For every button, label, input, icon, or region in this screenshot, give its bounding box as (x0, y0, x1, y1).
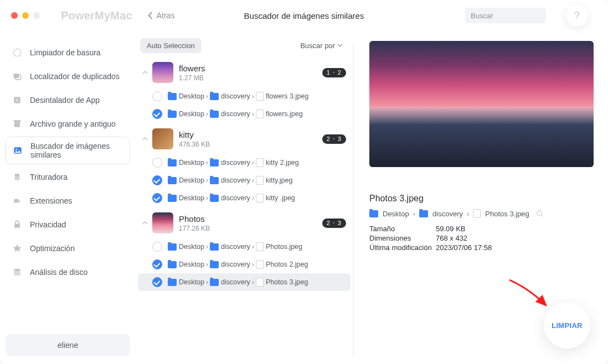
group-count-badge: 1 ‧ 2 (322, 68, 346, 77)
sidebar-item-label: Limpiador de basura (30, 48, 125, 57)
file-name: Photos.jpeg (266, 243, 302, 251)
search-field[interactable] (465, 8, 546, 23)
file-row[interactable]: Desktop›discovery›Photos 2.jpeg (138, 256, 351, 273)
group-size: 177.26 KB (179, 225, 322, 232)
sidebar-item-3[interactable]: Archivo grande y antiguo (6, 113, 130, 135)
folder-icon (168, 279, 177, 286)
folder-icon (168, 159, 177, 167)
sidebar-item-label: Archivo grande y antiguo (30, 119, 125, 128)
sidebar-item-9[interactable]: Análisis de disco (6, 261, 130, 283)
checkbox[interactable] (152, 277, 162, 287)
sidebar-icon (11, 242, 23, 254)
search-input[interactable] (471, 12, 564, 20)
file-row[interactable]: Desktop›discovery›kitty.jpeg (138, 171, 351, 189)
checkbox[interactable] (152, 158, 162, 168)
file-row[interactable]: Desktop›discovery›Photos 3.jpeg (138, 273, 351, 291)
preview-filename: Photos 3.jpeg (369, 194, 594, 204)
file-row[interactable]: Desktop›discovery›Photos.jpeg (138, 238, 351, 256)
sidebar-item-4[interactable]: Buscador de imágenes similares (6, 137, 130, 164)
group-name: kitty (179, 130, 322, 139)
file-row[interactable]: Desktop›discovery›kitty 2.jpeg (138, 154, 351, 171)
page-title: Buscador de imágenes similares (244, 11, 364, 20)
file-icon (256, 242, 264, 251)
svg-line-17 (541, 215, 543, 217)
svg-rect-3 (13, 74, 19, 78)
search-icon[interactable] (536, 210, 544, 217)
folder-icon (168, 261, 177, 268)
sidebar-item-label: Desintalador de App (30, 96, 125, 105)
folder-icon (210, 93, 219, 100)
file-name: flowers 3.jpeg (266, 92, 308, 100)
file-icon (256, 260, 264, 269)
sidebar-item-0[interactable]: Limpiador de basura (6, 41, 130, 64)
file-icon (473, 209, 481, 218)
minimize-window-icon[interactable] (22, 12, 29, 19)
sidebar-item-6[interactable]: Extensiones (6, 190, 130, 212)
sidebar-icon (11, 266, 23, 278)
sidebar-item-7[interactable]: Privacidad (6, 214, 130, 236)
checkbox[interactable] (152, 175, 162, 185)
preview-path: Desktop › discovery › Photos 3.jpeg (369, 209, 594, 218)
folder-icon (210, 111, 219, 118)
group-count-badge: 2 ‧ 3 (322, 134, 346, 144)
file-name: Photos 2.jpeg (266, 261, 308, 268)
svg-point-10 (16, 149, 17, 150)
file-row[interactable]: Desktop›discovery›flowers.jpeg (138, 105, 351, 123)
group-count-badge: 2 ‧ 3 (322, 219, 346, 228)
folder-icon (168, 111, 177, 118)
chevron-up-icon[interactable] (138, 220, 152, 226)
preview-image (369, 41, 594, 167)
folder-icon (168, 243, 177, 251)
file-icon (256, 92, 264, 101)
back-button[interactable]: Atras (148, 11, 175, 20)
folder-icon (210, 243, 219, 251)
file-icon (256, 110, 264, 118)
group-thumbnail (152, 212, 173, 233)
auto-select-button[interactable]: Auto Seleccion (140, 38, 202, 53)
sidebar-icon (11, 46, 23, 59)
back-label: Atras (157, 11, 175, 20)
sidebar-item-label: Buscador de imágenes similares (30, 142, 124, 159)
folder-icon (210, 177, 219, 184)
file-row[interactable]: Desktop›discovery›flowers 3.jpeg (138, 87, 351, 105)
file-name: kitty 2.jpeg (266, 159, 299, 167)
sidebar-item-5[interactable]: Trituradora (6, 166, 130, 188)
help-button[interactable]: ? (566, 4, 588, 27)
sidebar-item-label: Análisis de disco (30, 268, 125, 277)
file-icon (256, 278, 264, 287)
sidebar-item-2[interactable]: ADesintalador de App (6, 89, 130, 111)
results-list: Auto Seleccion Buscar por flowers1.27 MB… (136, 31, 353, 364)
folder-icon (210, 279, 219, 286)
sidebar-item-label: Optimización (30, 244, 125, 253)
sidebar-item-8[interactable]: Optimización (6, 237, 130, 259)
group-size: 476.36 KB (179, 141, 322, 148)
folder-icon (210, 195, 219, 202)
chevron-up-icon[interactable] (138, 136, 152, 142)
checkbox[interactable] (152, 91, 162, 101)
checkbox[interactable] (152, 242, 162, 252)
group-thumbnail (152, 62, 173, 83)
file-icon (256, 176, 264, 185)
user-pill[interactable]: eliene (6, 334, 130, 356)
checkbox[interactable] (152, 193, 162, 203)
sidebar-icon (11, 118, 23, 130)
preview-metadata: Tamaño59.09 KB Dimensiones768 x 432 Últi… (369, 225, 594, 252)
checkbox[interactable] (152, 109, 162, 119)
group-size: 1.27 MB (179, 74, 322, 82)
clean-button[interactable]: LIMPIAR (544, 302, 590, 349)
close-window-icon[interactable] (11, 12, 18, 19)
group-header[interactable]: flowers1.27 MB1 ‧ 2 (136, 56, 353, 87)
file-name: Photos 3.jpeg (266, 278, 308, 286)
svg-text:A: A (16, 97, 19, 103)
svg-rect-11 (15, 174, 19, 176)
file-row[interactable]: Desktop›discovery›kitty .jpeg (138, 189, 351, 207)
sidebar-item-1[interactable]: Localizador de duplicados (6, 65, 130, 87)
group-header[interactable]: kitty476.36 KB2 ‧ 3 (136, 123, 353, 154)
chevron-up-icon[interactable] (138, 69, 152, 76)
zoom-window-icon[interactable] (33, 12, 40, 19)
checkbox[interactable] (152, 259, 162, 269)
folder-icon (210, 159, 219, 167)
search-by-dropdown[interactable]: Buscar por (300, 41, 343, 50)
group-header[interactable]: Photos177.26 KB2 ‧ 3 (136, 207, 353, 238)
sidebar-icon (11, 195, 23, 207)
